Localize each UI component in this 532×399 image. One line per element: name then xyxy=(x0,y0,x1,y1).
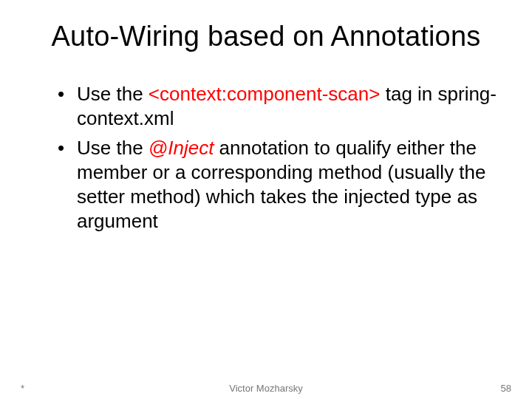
content-area: Use the <context:component-scan> tag in … xyxy=(0,60,532,234)
footer-right: 58 xyxy=(501,383,511,394)
highlight-text: <context:component-scan> xyxy=(149,83,381,105)
list-item: Use the <context:component-scan> tag in … xyxy=(74,82,502,132)
footer-center: Victor Mozharsky xyxy=(0,383,532,394)
text: Use the xyxy=(77,137,149,159)
highlight-text: @Inject xyxy=(149,137,214,159)
list-item: Use the @Inject annotation to qualify ei… xyxy=(74,136,502,234)
slide-title: Auto-Wiring based on Annotations xyxy=(0,0,532,60)
text: Use the xyxy=(77,83,149,105)
slide: Auto-Wiring based on Annotations Use the… xyxy=(0,0,532,399)
bullet-list: Use the <context:component-scan> tag in … xyxy=(30,82,502,234)
